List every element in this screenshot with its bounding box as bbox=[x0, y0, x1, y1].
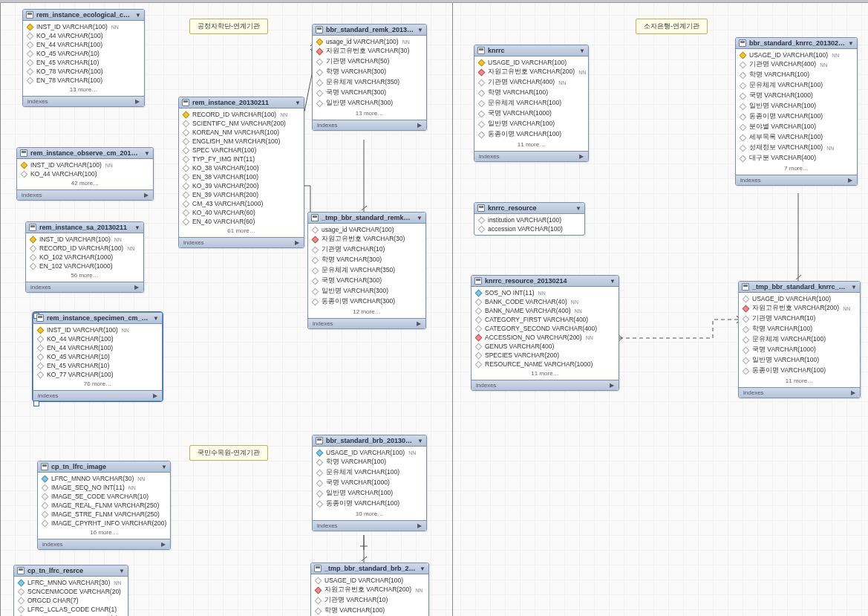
column-row[interactable]: INST_ID VARCHAR(100)NN bbox=[33, 325, 162, 334]
entity-header[interactable]: rem_instance_ecological_cm_20130…▼ bbox=[23, 10, 144, 21]
entity-rem_instance_ecological_cm_20130[interactable]: rem_instance_ecological_cm_20130…▼INST_I… bbox=[22, 9, 145, 107]
column-row[interactable]: BANK_NAME VARCHAR(400)NN bbox=[471, 306, 619, 315]
entity-header[interactable]: cp_tn_lfrc_resrce▼ bbox=[14, 565, 128, 577]
column-row[interactable]: KO_38 VARCHAR(100) bbox=[179, 163, 304, 172]
indexes-section[interactable]: indexes▶ bbox=[313, 520, 426, 531]
entity-bbr_standard_brb_20130214[interactable]: bbr_standard_brb_20130214▼USAGE_ID VARCH… bbox=[312, 435, 427, 531]
column-row[interactable]: ENGLISH_NM VARCHAR(100) bbox=[179, 137, 304, 146]
column-row[interactable]: 국명 VARCHAR(1000) bbox=[739, 345, 860, 355]
entity-cp_tn_lfrc_resrce[interactable]: cp_tn_lfrc_resrce▼LFRC_MNNO VARCHAR(30)N… bbox=[13, 565, 128, 616]
column-row[interactable]: 학명 VARCHAR(300) bbox=[308, 255, 425, 265]
column-row[interactable]: 국명 VARCHAR(1000) bbox=[474, 108, 588, 119]
column-row[interactable]: IMAGE_SE_CODE VARCHAR(10) bbox=[38, 492, 170, 501]
indexes-section[interactable]: indexes▶ bbox=[471, 380, 619, 390]
collapse-icon[interactable]: ▼ bbox=[417, 438, 423, 444]
column-row[interactable]: IMAGE_REAL_FLNM VARCHAR(250) bbox=[38, 501, 170, 510]
column-row[interactable]: INST_ID VARCHAR(100)NN bbox=[23, 22, 144, 31]
more-columns[interactable]: 11 more… bbox=[471, 369, 619, 378]
column-row[interactable]: 일반명 VARCHAR(100) bbox=[474, 119, 588, 129]
column-row[interactable]: IMAGE_STRE_FLNM VARCHAR(250) bbox=[38, 510, 170, 519]
column-row[interactable]: SCNCENMCODE VARCHAR(20) bbox=[14, 587, 128, 596]
column-row[interactable]: INST_ID VARCHAR(100)NN bbox=[17, 161, 153, 169]
indexes-section[interactable]: indexes▶ bbox=[17, 189, 153, 200]
more-columns[interactable]: 7 more… bbox=[736, 163, 857, 173]
collapse-icon[interactable]: ▼ bbox=[610, 278, 616, 285]
entity-header[interactable]: _tmp_bbr_standard_brb_20130214▼ bbox=[311, 563, 428, 574]
expand-icon[interactable]: ▶ bbox=[417, 522, 422, 529]
column-row[interactable]: LFRC_MNNO VARCHAR(30)NN bbox=[38, 474, 170, 483]
more-columns[interactable]: 13 more… bbox=[313, 108, 426, 118]
column-row[interactable]: EN_45 VARCHAR(10) bbox=[23, 58, 144, 67]
entity-tmp_bbr_standard_brb_20130214[interactable]: _tmp_bbr_standard_brb_20130214▼USAGE_ID … bbox=[310, 562, 429, 616]
entity-bbr_standard_knrrc_20130214[interactable]: bbr_standard_knrrc_20130214▼USAGE_ID VAR… bbox=[735, 37, 858, 186]
column-row[interactable]: 국명 VARCHAR(300) bbox=[313, 88, 426, 98]
column-row[interactable]: 성재정보 VARCHAR(100)NN bbox=[736, 143, 857, 153]
column-row[interactable]: EN_38 VARCHAR(100) bbox=[179, 172, 304, 181]
column-row[interactable]: ORGCD CHAR(7) bbox=[14, 596, 128, 605]
column-row[interactable]: KO_77 VARCHAR(100) bbox=[33, 370, 162, 379]
expand-icon[interactable]: ▶ bbox=[848, 177, 852, 184]
column-row[interactable]: EN_44 VARCHAR(100) bbox=[23, 40, 144, 49]
column-row[interactable]: 자원고유번호 VARCHAR(200)NN bbox=[739, 303, 860, 314]
column-row[interactable]: EN_40 VARCHAR(60) bbox=[179, 217, 304, 226]
expand-icon[interactable]: ▶ bbox=[579, 153, 584, 160]
more-columns[interactable]: 61 more… bbox=[179, 226, 304, 236]
indexes-section[interactable]: indexes▶ bbox=[739, 387, 860, 398]
more-columns[interactable]: 11 more… bbox=[474, 140, 588, 149]
column-row[interactable]: 기관명 VARCHAR(10) bbox=[311, 595, 428, 606]
expand-icon[interactable]: ▶ bbox=[417, 320, 421, 327]
column-row[interactable]: KO_39 VARCHAR(200) bbox=[179, 181, 304, 190]
column-row[interactable]: 동종이명 VARCHAR(100) bbox=[474, 129, 588, 140]
column-row[interactable]: 문유체계 VARCHAR(100) bbox=[474, 98, 588, 108]
column-row[interactable]: usage_id VARCHAR(100)NN bbox=[313, 37, 426, 46]
entity-header[interactable]: cp_tn_lfrc_image▼ bbox=[38, 461, 170, 473]
indexes-section[interactable]: indexes▶ bbox=[38, 539, 170, 549]
column-row[interactable]: 학명 VARCHAR(100) bbox=[311, 606, 428, 616]
more-columns[interactable]: 10 more… bbox=[313, 509, 426, 519]
column-row[interactable]: USAGE_ID VARCHAR(100)NN bbox=[313, 448, 426, 457]
column-row[interactable]: 동종이명 VARCHAR(100) bbox=[313, 499, 426, 509]
collapse-icon[interactable]: ▼ bbox=[144, 150, 150, 157]
column-row[interactable]: 동종이명 VARCHAR(100) bbox=[739, 366, 860, 376]
entity-header[interactable]: knrrc▼ bbox=[474, 45, 588, 56]
column-row[interactable]: USAGE_ID VARCHAR(100) bbox=[474, 58, 588, 67]
column-row[interactable]: institution VARCHAR(100) bbox=[474, 215, 584, 224]
expand-icon[interactable]: ▶ bbox=[610, 382, 614, 389]
indexes-section[interactable]: indexes▶ bbox=[474, 151, 588, 161]
entity-header[interactable]: rem_instance_sa_20130211▼ bbox=[26, 222, 143, 233]
entity-rem_instance_20130211[interactable]: rem_instance_20130211▼RECORD_ID VARCHAR(… bbox=[178, 97, 304, 248]
entity-tmp_bbr_standard_remk_20130214[interactable]: _tmp_bbr_standard_remk_20130214▼usage_id… bbox=[307, 212, 426, 329]
expand-icon[interactable]: ▶ bbox=[134, 284, 139, 291]
entity-cp_tn_lfrc_image[interactable]: cp_tn_lfrc_image▼LFRC_MNNO VARCHAR(30)NN… bbox=[37, 461, 171, 550]
column-row[interactable]: CATEGORY_SECOND VARCHAR(400) bbox=[471, 324, 619, 333]
column-row[interactable]: USAGE_ID VARCHAR(100) bbox=[739, 294, 860, 303]
more-columns[interactable]: 76 more… bbox=[33, 379, 162, 389]
column-row[interactable]: USAGE_ID VARCHAR(100)NN bbox=[736, 51, 857, 59]
column-row[interactable]: 국명 VARCHAR(1000) bbox=[313, 478, 426, 488]
entity-header[interactable]: rem_instance_observe_cm_20130211▼ bbox=[17, 148, 153, 159]
column-row[interactable]: KO_40 VARCHAR(60) bbox=[179, 208, 304, 217]
expand-icon[interactable]: ▶ bbox=[161, 541, 166, 548]
column-row[interactable]: 기관명 VARCHAR(50) bbox=[313, 56, 426, 67]
column-row[interactable]: 자원고유번호 VARCHAR(30) bbox=[308, 234, 425, 244]
collapse-icon[interactable]: ▼ bbox=[417, 215, 422, 221]
expand-icon[interactable]: ▶ bbox=[135, 98, 140, 105]
expand-icon[interactable]: ▶ bbox=[417, 122, 422, 129]
collapse-icon[interactable]: ▼ bbox=[134, 224, 140, 231]
entity-header[interactable]: knrrc_resource▼ bbox=[474, 203, 584, 214]
column-row[interactable]: 국명 VARCHAR(1000) bbox=[736, 91, 857, 101]
column-row[interactable]: 학명 VARCHAR(100) bbox=[474, 88, 588, 98]
column-row[interactable]: TYP_FY_IMG INT(11) bbox=[179, 155, 304, 163]
entity-header[interactable]: rem_instance_20130211▼ bbox=[179, 97, 304, 108]
column-row[interactable]: EN_78 VARCHAR(100) bbox=[23, 76, 144, 85]
collapse-icon[interactable]: ▼ bbox=[295, 100, 301, 106]
more-columns[interactable]: 56 more… bbox=[26, 270, 143, 280]
collapse-icon[interactable]: ▼ bbox=[135, 12, 141, 19]
collapse-icon[interactable]: ▼ bbox=[579, 48, 585, 54]
expand-icon[interactable]: ▶ bbox=[851, 389, 855, 396]
collapse-icon[interactable]: ▼ bbox=[851, 284, 857, 291]
column-row[interactable]: LFRC_MNNO VARCHAR(30)NN bbox=[14, 578, 128, 587]
column-row[interactable]: EN_39 VARCHAR(200) bbox=[179, 190, 304, 199]
entity-header[interactable]: knrrc_resource_20130214▼ bbox=[471, 276, 619, 287]
column-row[interactable]: 학명 VARCHAR(100) bbox=[313, 457, 426, 467]
